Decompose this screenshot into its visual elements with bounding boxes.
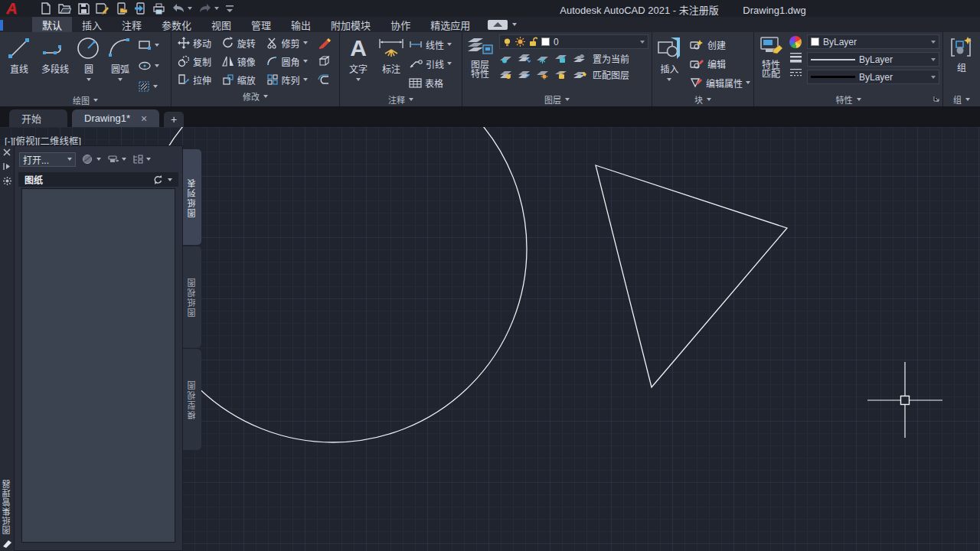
layer-unlock-icon[interactable] xyxy=(554,70,567,80)
match-layer-button[interactable]: 匹配图层 xyxy=(593,68,629,81)
edit-attributes-button[interactable]: 编辑属性 xyxy=(690,75,750,90)
layer-unisolate-icon[interactable] xyxy=(518,70,531,80)
edit-attr-dropdown-icon[interactable] xyxy=(746,81,750,84)
stretch-button[interactable]: 拉伸 xyxy=(178,72,214,87)
autocad-logo-icon[interactable]: A xyxy=(6,0,17,17)
hatch-dropdown-icon[interactable] xyxy=(153,85,158,88)
ellipse-button[interactable] xyxy=(138,58,159,73)
rectangle-button[interactable] xyxy=(138,37,159,53)
ribbon-minimize-button[interactable] xyxy=(488,20,508,30)
undo-button[interactable] xyxy=(172,2,192,15)
group-button[interactable]: 组 xyxy=(946,34,977,92)
set-current-button[interactable]: 置为当前 xyxy=(593,52,629,65)
save-as-button[interactable] xyxy=(96,2,109,15)
tab-default[interactable]: 默认 xyxy=(32,17,72,32)
panel-label-block[interactable]: 块 xyxy=(652,92,753,106)
save-button[interactable] xyxy=(77,2,90,15)
object-color-combo[interactable]: ByLayer xyxy=(807,34,939,49)
refresh-icon[interactable] xyxy=(153,175,163,184)
layer-off-icon[interactable] xyxy=(499,54,512,64)
dimension-button[interactable]: 标注 xyxy=(374,34,409,92)
sheet-list-area[interactable] xyxy=(21,188,175,543)
offset-button[interactable] xyxy=(318,72,335,87)
explode-button[interactable] xyxy=(318,54,335,69)
palette-grip-icon[interactable] xyxy=(2,539,12,548)
edit-block-button[interactable]: 编辑 xyxy=(690,56,750,71)
trim-dropdown-icon[interactable] xyxy=(303,41,308,44)
publish-dropdown-icon[interactable] xyxy=(122,158,126,161)
insert-block-button[interactable]: 插入 xyxy=(655,34,684,92)
redo-button[interactable] xyxy=(198,2,219,15)
panel-label-properties[interactable]: 特性 xyxy=(754,92,942,106)
details-dropdown-icon[interactable] xyxy=(146,158,151,161)
plot-button[interactable] xyxy=(152,2,165,15)
open-from-mobile-button[interactable] xyxy=(116,2,128,15)
tab-manage[interactable]: 管理 xyxy=(241,17,281,32)
leader-dropdown-icon[interactable] xyxy=(447,62,452,65)
fillet-button[interactable]: 圆角 xyxy=(266,54,311,69)
rotate-button[interactable]: 旋转 xyxy=(222,35,259,51)
create-block-button[interactable]: 创建 xyxy=(690,37,750,52)
copy-button[interactable]: 复制 xyxy=(178,54,214,69)
color-combo-dropdown-icon[interactable] xyxy=(931,41,936,44)
ribbon-minimize-dropdown-icon[interactable] xyxy=(512,23,517,26)
lineweight-icon[interactable] xyxy=(789,51,802,64)
undo-dropdown-icon[interactable] xyxy=(188,7,192,10)
linetype-icon[interactable] xyxy=(789,67,802,79)
save-to-mobile-button[interactable] xyxy=(134,2,146,15)
drawing-canvas[interactable]: [-][俯视][二维线框] 图纸集管理器 xyxy=(0,127,980,551)
etransmit-dropdown-icon[interactable] xyxy=(96,158,101,161)
line-button[interactable]: 直线 xyxy=(3,34,35,94)
sheets-header-dropdown-icon[interactable] xyxy=(168,178,172,181)
insert-dropdown-icon[interactable] xyxy=(667,78,671,81)
etransmit-button[interactable] xyxy=(82,154,101,165)
linetype-combo-dropdown-icon[interactable] xyxy=(931,76,936,79)
tab-output[interactable]: 输出 xyxy=(281,17,321,32)
lineweight-combo-dropdown-icon[interactable] xyxy=(931,58,936,61)
move-button[interactable]: 移动 xyxy=(178,35,214,51)
panel-label-draw[interactable]: 绘图 xyxy=(0,94,171,106)
tab-annotate[interactable]: 注释 xyxy=(112,17,152,32)
new-drawing-tab-button[interactable]: + xyxy=(164,112,184,127)
open-file-button[interactable] xyxy=(58,2,71,15)
layer-freeze-icon[interactable] xyxy=(536,54,549,64)
tab-parametric[interactable]: 参数化 xyxy=(152,17,201,32)
layer-select-combo[interactable]: 0 xyxy=(499,34,648,49)
palette-close-icon[interactable] xyxy=(3,148,11,156)
arc-button[interactable]: 圆弧 xyxy=(103,34,138,94)
fillet-dropdown-icon[interactable] xyxy=(303,60,308,63)
open-combo-dropdown-icon[interactable] xyxy=(67,158,72,161)
text-button[interactable]: A 文字 xyxy=(343,34,374,92)
table-button[interactable]: 表格 xyxy=(409,75,452,90)
layer-lock-icon[interactable] xyxy=(554,54,567,64)
palette-autohide-icon[interactable] xyxy=(3,162,11,171)
linear-dropdown-icon[interactable] xyxy=(447,43,452,46)
palette-settings-icon[interactable] xyxy=(3,177,11,185)
linetype-combo[interactable]: ByLayer xyxy=(807,70,939,84)
array-dropdown-icon[interactable] xyxy=(303,78,308,81)
text-dropdown-icon[interactable] xyxy=(356,78,361,81)
erase-button[interactable] xyxy=(318,35,335,51)
publish-button[interactable] xyxy=(107,154,126,165)
layer-isolate-icon[interactable] xyxy=(518,54,531,64)
qat-customize-button[interactable] xyxy=(225,2,234,15)
tab-view[interactable]: 视图 xyxy=(201,17,241,32)
tab-featured-apps[interactable]: 精选应用 xyxy=(420,17,480,32)
panel-label-annotation[interactable]: 注释 xyxy=(340,92,462,106)
new-file-button[interactable] xyxy=(40,2,52,15)
hatch-button[interactable] xyxy=(138,79,159,94)
file-tab-close-icon[interactable]: × xyxy=(141,112,147,125)
arc-dropdown-icon[interactable] xyxy=(118,78,122,81)
layer-combo-dropdown-icon[interactable] xyxy=(640,41,645,44)
panel-label-layers[interactable]: 图层 xyxy=(462,92,652,106)
file-tab-start[interactable]: 开始 xyxy=(9,109,67,127)
tab-sheet-views[interactable]: 图纸视图 xyxy=(183,246,201,347)
panel-label-modify[interactable]: 修改 xyxy=(172,89,339,103)
sheetset-open-combo[interactable]: 打开... xyxy=(19,152,76,167)
rectangle-dropdown-icon[interactable] xyxy=(155,44,159,47)
panel-label-group[interactable]: 组 xyxy=(943,92,980,106)
redo-dropdown-icon[interactable] xyxy=(214,7,219,10)
linear-dim-button[interactable]: 线性 xyxy=(409,37,452,52)
polyline-button[interactable]: 多段线 xyxy=(35,34,75,94)
layer-on-icon[interactable] xyxy=(499,70,512,80)
